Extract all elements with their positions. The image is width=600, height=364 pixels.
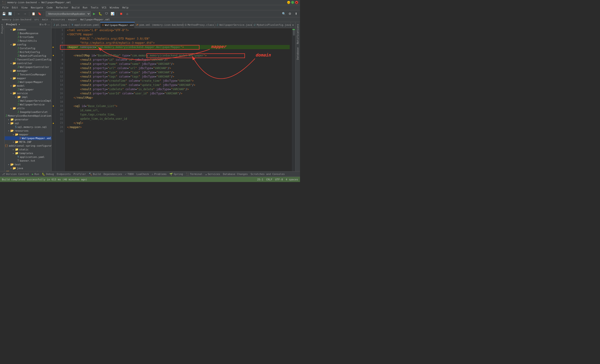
run-config-dropdown[interactable]: MemoryIconBackendApplication	[46, 11, 91, 16]
code-line-9[interactable]: <result property="name" column="name" jd…	[67, 62, 290, 66]
debug-item[interactable]: 🐛 Debug	[42, 173, 54, 176]
build-item[interactable]: 🔨 Build	[89, 173, 101, 176]
tree-item-Knife4jConfig[interactable]: JKnife4jConfig	[5, 50, 51, 54]
code-line-21[interactable]: type,tags,create_time,	[67, 112, 290, 117]
tab-application-yaml[interactable]: Y application.yaml ×	[70, 22, 100, 28]
minimize-button[interactable]: —	[287, 1, 290, 4]
tree-item-BaseResponse[interactable]: JBaseResponse	[5, 31, 51, 35]
menu-help[interactable]: Help	[121, 6, 130, 9]
tree-item-WallpaperMapper-xml[interactable]: XWallpaperMapper.xml	[5, 136, 51, 140]
tree-item-resources[interactable]: ▾📂resources	[5, 129, 51, 133]
tree-item-TencentCosClientConfig[interactable]: JTencentCosClientConfig	[5, 58, 51, 61]
tree-item-ErrorCode[interactable]: JErrorCode	[5, 35, 51, 39]
tree-item-CorsConfig[interactable]: JCorsConfig	[5, 46, 51, 50]
tree-item-sql-memory-icon[interactable]: Ssql.memory-icon.sql	[5, 125, 51, 129]
tab-mybatisplus[interactable]: J MybatisPlusConfig.java ×	[252, 22, 291, 28]
tab-pom[interactable]: M pom.xml (memory-icon-backend) ×	[135, 22, 183, 28]
menu-vcs[interactable]: VCS	[100, 6, 108, 9]
menu-edit[interactable]: Edit	[10, 6, 20, 9]
code-line-7[interactable]: <resultMap id="BaseResultMap" type="com.…	[67, 53, 290, 58]
tree-item-sql[interactable]: ▾📂sql	[5, 121, 51, 125]
tab-overflow-button[interactable]: ▾	[291, 22, 295, 28]
code-line-13[interactable]: <result property="createTime" column="cr…	[67, 79, 290, 83]
menu-window[interactable]: Window	[108, 6, 121, 9]
breadcrumb-root[interactable]: memory-icon-backend	[2, 18, 31, 21]
search-everywhere-button[interactable]: 🔍	[281, 11, 286, 16]
bookmark-button[interactable]: 🔖	[37, 11, 42, 16]
spring-item[interactable]: 🌱 Spring	[169, 173, 183, 176]
tree-item-mapper[interactable]: ▾📂mapper	[5, 76, 51, 80]
menu-run[interactable]: Run	[81, 6, 89, 9]
code-line-3[interactable]: PUBLIC "-//mybatis.org//DTD Mapper 3.0//…	[67, 36, 290, 41]
menu-file[interactable]: File	[1, 6, 10, 9]
code-line-2[interactable]: <!DOCTYPE mapper	[67, 32, 290, 36]
profile-button[interactable]: 📊	[110, 11, 115, 16]
tree-item-model[interactable]: ▾📂model	[5, 84, 51, 88]
tree-item-META-INF[interactable]: ▾📂META-INF	[5, 140, 51, 144]
code-editor[interactable]: <?xml version="1.0" encoding="UTF-8"?><!…	[65, 28, 292, 171]
version-control-item[interactable]: ⎇ Version Control	[2, 173, 29, 176]
code-line-10[interactable]: <result property="url" column="url" jdbc…	[67, 66, 290, 70]
tree-item-WallpaperServiceImpl[interactable]: JWallpaperServiceImpl	[5, 99, 51, 103]
project-icon[interactable]: Project	[1, 23, 3, 34]
tree-item-controller[interactable]: ▾📂controller	[5, 61, 51, 65]
tree-item-static[interactable]: ▸📁static	[5, 147, 51, 151]
tree-item-test[interactable]: ▾📂test	[5, 163, 51, 166]
tree-item-ImageUploadServlet[interactable]: JImageUploadServlet	[5, 110, 51, 114]
tree-item-Wallpaper[interactable]: JWallpaper	[5, 88, 51, 91]
tree-item-common[interactable]: ▾📂common	[5, 28, 51, 31]
gear-icon-button[interactable]: ⚙	[44, 23, 47, 26]
notifications-icon[interactable]: Notifications	[296, 23, 300, 45]
tab-wallpaperservice[interactable]: J WallpaperService.java ×	[215, 22, 252, 28]
code-line-11[interactable]: <result property="type" column="type" jd…	[67, 70, 290, 74]
code-line-16[interactable]: <result property="userId" column="user_i…	[67, 91, 290, 96]
code-line-6[interactable]	[67, 49, 290, 53]
code-line-8[interactable]: <result property="id" column="id" jdbcTy…	[67, 58, 290, 62]
tree-item-WallpaperService[interactable]: JWallpaperService	[5, 103, 51, 106]
code-line-1[interactable]: <?xml version="1.0" encoding="UTF-8"?>	[67, 28, 290, 32]
translate-button[interactable]: ⌂	[125, 11, 130, 16]
settings-icon-button[interactable]: ≡	[42, 23, 44, 26]
run-button[interactable]: ▶	[92, 11, 97, 16]
indent-setting[interactable]: 4 spaces	[286, 178, 298, 181]
tab-wallpapermapper[interactable]: X WallpaperMapper.xml ×	[100, 22, 135, 28]
tree-item-mapper-res[interactable]: ▾📂mapper	[5, 133, 51, 136]
breadcrumb-file[interactable]: WallpaperMapper.xml	[80, 18, 110, 21]
menu-tools[interactable]: Tools	[89, 6, 100, 9]
tree-item-WallpaperMapper[interactable]: JWallpaperMapper	[5, 80, 51, 84]
stop-button[interactable]: ⏹	[119, 11, 124, 16]
database-changes-item[interactable]: Database Changes	[223, 173, 248, 176]
tab-methodproxy[interactable]: C MethodProxy.class ×	[183, 22, 215, 28]
tree-item-WallpaperController[interactable]: JWallpaperController	[5, 65, 51, 69]
debug-button[interactable]: 🐛	[98, 11, 103, 16]
terminal-item[interactable]: ⬛ Terminal	[186, 173, 203, 176]
tree-item-MybatisPlusConfig[interactable]: JMybatisPlusConfig	[5, 54, 51, 58]
tree-item-application-yaml[interactable]: Yapplication.yaml	[5, 155, 51, 159]
tab-close-pl[interactable]: ×	[68, 24, 70, 26]
tree-item-additional-spring[interactable]: {}additional-spring-configuration-metada…	[5, 144, 51, 147]
cursor-position[interactable]: 25:1	[257, 178, 263, 181]
tree-item-ResultUtils[interactable]: JResultUtils	[5, 39, 51, 43]
tree-item-MemoryIconBackendApplication[interactable]: JMemoryIconBackendApplication	[5, 114, 51, 118]
services-item[interactable]: ☁ Services	[205, 173, 220, 176]
tree-item-utils[interactable]: ▾📂utils	[5, 106, 51, 110]
coverage-button[interactable]: 🛡	[104, 11, 109, 16]
breadcrumb-resources[interactable]: resources	[51, 18, 65, 21]
todo-item[interactable]: ✓ TODO	[125, 173, 134, 176]
collapse-all-button[interactable]: ⊞	[39, 23, 41, 26]
code-line-20[interactable]: id,name,url,	[67, 108, 290, 112]
problems-item[interactable]: ⚠ Problems	[152, 173, 167, 176]
recent-files-button[interactable]: 📋	[31, 11, 36, 16]
minimize-sidebar-button[interactable]: —	[47, 23, 50, 26]
breadcrumb-main[interactable]: main	[42, 18, 48, 21]
scrollbar-track[interactable]	[292, 28, 295, 171]
code-line-18[interactable]	[67, 100, 290, 104]
code-line-24[interactable]: </mapper>	[67, 125, 290, 129]
tree-item-java-test[interactable]: ▾📂java	[5, 166, 51, 170]
tree-item-manager[interactable]: ▾📂manager	[5, 69, 51, 73]
code-line-22[interactable]: update_time,is_delete,user_id	[67, 117, 290, 121]
line-ending[interactable]: CRLF	[266, 178, 272, 181]
maximize-button[interactable]: □	[291, 1, 294, 4]
menu-navigate[interactable]: Navigate	[29, 6, 45, 9]
code-line-17[interactable]: </resultMap>	[67, 96, 290, 100]
